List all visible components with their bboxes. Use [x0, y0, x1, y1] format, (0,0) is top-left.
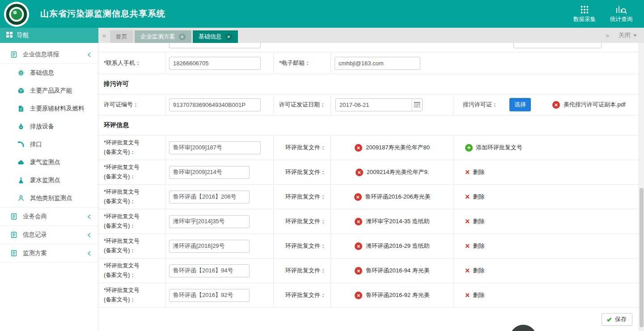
eia-doc-label: *环评批复文号(备案文号)：	[98, 136, 165, 160]
eia-file-label: 环评批复文件：	[274, 185, 331, 209]
eia-section-title: 环评信息	[98, 115, 639, 136]
remove-file-icon[interactable]: ×	[552, 101, 560, 109]
vertical-scrollbar[interactable]	[639, 43, 644, 331]
clipped-input[interactable]	[513, 43, 602, 48]
menu-grid-icon	[6, 32, 13, 39]
sidebar-item-label: 其他类别监测点	[30, 194, 72, 202]
eia-row: *环评批复文号(备案文号)： 环评批复文件： × 2009187寿光美伦年产80…	[98, 136, 639, 160]
sidebar-item-emission-equipment[interactable]: 排放设备	[0, 118, 98, 136]
delete-icon: ×	[465, 242, 470, 250]
save-button[interactable]: 保存	[602, 313, 632, 326]
stats-query-button[interactable]: 统计查询	[610, 4, 632, 23]
sidebar-item-label: 排放设备	[30, 123, 54, 131]
delete-eia-row-button[interactable]: × 删除	[465, 267, 485, 275]
sidebar-item-basic-info[interactable]: 基础信息	[0, 64, 98, 82]
clipped-input[interactable]	[169, 43, 261, 48]
basic-info-form: *联系人手机： *电子邮箱： 排污许可 许可证编号： 许可证发证日期：	[98, 43, 639, 331]
eia-doc-input[interactable]	[169, 289, 250, 302]
eia-file-name[interactable]: 潍环评函2016-29 造纸助	[366, 242, 429, 250]
license-no-label: 许可证编号：	[98, 94, 165, 115]
delete-label: 删除	[473, 267, 485, 275]
eia-doc-label-text: *环评批复文号(备案文号)：	[104, 261, 140, 280]
remove-file-icon[interactable]: ×	[354, 193, 362, 201]
eia-file-name[interactable]: 鲁环评函2016-92 寿光美	[366, 291, 429, 299]
sidebar-item-raw-materials[interactable]: 主要原辅材料及燃料	[0, 100, 98, 118]
eia-file-label: 环评批复文件：	[274, 209, 331, 233]
eia-doc-input[interactable]	[169, 141, 261, 154]
eia-file-label: 环评批复文件：	[274, 160, 331, 184]
sidebar-item-products[interactable]: 主要产品及产能	[0, 82, 98, 100]
sidebar-group-enterprise-info[interactable]: 企业信息填报	[0, 46, 98, 64]
calendar-icon[interactable]	[411, 99, 422, 111]
remove-file-icon[interactable]: ×	[355, 267, 362, 275]
delete-label: 删除	[473, 168, 485, 176]
remove-file-icon[interactable]: ×	[355, 292, 362, 299]
eia-file-name[interactable]: 鲁环评函2016-206寿光美	[365, 193, 431, 201]
data-collect-label: 数据采集	[573, 16, 596, 23]
delete-icon: ×	[465, 267, 470, 275]
eia-doc-label: *环评批复文号(备案文号)：	[98, 185, 165, 209]
app-logo	[4, 1, 30, 27]
tabs-scroll-right-icon[interactable]: »	[602, 32, 613, 39]
sidebar-group-monitor-plan[interactable]: 监测方案	[0, 244, 98, 263]
delete-eia-row-button[interactable]: × 删除	[465, 193, 485, 201]
eia-doc-label-text: *环评批复文号(备案文号)：	[104, 163, 140, 182]
remove-file-icon[interactable]: ×	[355, 144, 362, 152]
sidebar-group-info-records[interactable]: 信息记录	[0, 226, 98, 244]
sidebar-group-business-consult[interactable]: 业务会商	[0, 208, 98, 226]
sidebar-item-other-monitor[interactable]: 其他类别监测点	[0, 189, 98, 207]
eia-doc-label: *环评批复文号(备案文号)：	[98, 259, 165, 283]
eia-doc-input[interactable]	[169, 240, 250, 253]
form-icon	[10, 231, 17, 239]
tab-close-icon[interactable]: ×	[225, 34, 232, 40]
header-actions: 数据采集 统计查询	[573, 4, 632, 23]
tab-close-icon[interactable]: ×	[179, 34, 186, 40]
permit-file-name[interactable]: 美伦排污许可证副本.pdf	[564, 101, 626, 109]
tab-home[interactable]: 首页	[110, 30, 133, 43]
tab-basic-info[interactable]: 基础信息 ×	[193, 30, 238, 43]
close-menu-button[interactable]: 关闭	[614, 31, 637, 39]
delete-eia-row-button[interactable]: × 删除	[465, 242, 485, 250]
eia-file-name[interactable]: 2009214寿光美伦年产9.	[367, 168, 429, 176]
eia-file-name[interactable]: 2009187寿光美伦年产80	[366, 144, 430, 152]
email-input[interactable]	[335, 57, 420, 70]
eia-file-name[interactable]: 潍环审字2014-35 造纸助	[366, 217, 429, 225]
eia-doc-input[interactable]	[169, 166, 250, 179]
person-icon	[17, 195, 25, 202]
delete-eia-row-button[interactable]: × 删除	[465, 291, 485, 299]
main-content: *联系人手机： *电子邮箱： 排污许可 许可证编号： 许可证发证日期：	[98, 43, 644, 331]
remove-file-icon[interactable]: ×	[355, 218, 362, 225]
scrollbar-thumb[interactable]	[640, 188, 644, 327]
delete-eia-row-button[interactable]: × 删除	[465, 168, 485, 176]
issue-date-input[interactable]	[335, 98, 423, 111]
email-label: *电子邮箱：	[274, 52, 331, 74]
remove-file-icon[interactable]: ×	[355, 242, 362, 250]
tabs-right-controls: » 关闭	[602, 31, 644, 39]
phone-input[interactable]	[169, 57, 261, 70]
eia-doc-input[interactable]	[169, 215, 250, 228]
eia-doc-input[interactable]	[169, 264, 250, 277]
sidebar-item-gas-monitor[interactable]: 废气监测点	[0, 153, 98, 171]
tab-enterprise-monitor-plan[interactable]: 企业监测方案 ×	[135, 30, 191, 43]
delete-icon: ×	[465, 217, 470, 225]
clipped-form-row	[98, 43, 639, 52]
select-file-button[interactable]: 选择	[509, 98, 531, 111]
eia-doc-input[interactable]	[169, 191, 250, 204]
eia-file-name[interactable]: 鲁环评函2016-94 寿光美	[366, 267, 429, 275]
chevron-left-icon	[88, 251, 91, 256]
delete-eia-row-button[interactable]: × 删除	[465, 217, 485, 225]
delete-label: 删除	[473, 291, 485, 299]
data-collect-button[interactable]: 数据采集	[573, 4, 596, 23]
eia-row: *环评批复文号(备案文号)： 环评批复文件： × 潍环评函2016-29 造纸助…	[98, 234, 639, 259]
date-field[interactable]	[336, 99, 411, 111]
data-collect-icon	[580, 4, 589, 14]
outlet-icon	[17, 141, 25, 149]
tabs-scroll-left-icon[interactable]: «	[98, 32, 110, 39]
sidebar-item-water-monitor[interactable]: 废水监测点	[0, 171, 98, 189]
add-eia-doc-button[interactable]: + 添加环评批复文号	[465, 144, 522, 152]
box-icon	[17, 87, 25, 95]
sidebar-item-outlet[interactable]: 排口	[0, 136, 98, 153]
remove-file-icon[interactable]: ×	[356, 169, 363, 176]
eia-row: *环评批复文号(备案文号)： 环评批复文件： × 鲁环评函2016-206寿光美…	[98, 185, 639, 209]
license-no-input[interactable]	[169, 98, 261, 111]
